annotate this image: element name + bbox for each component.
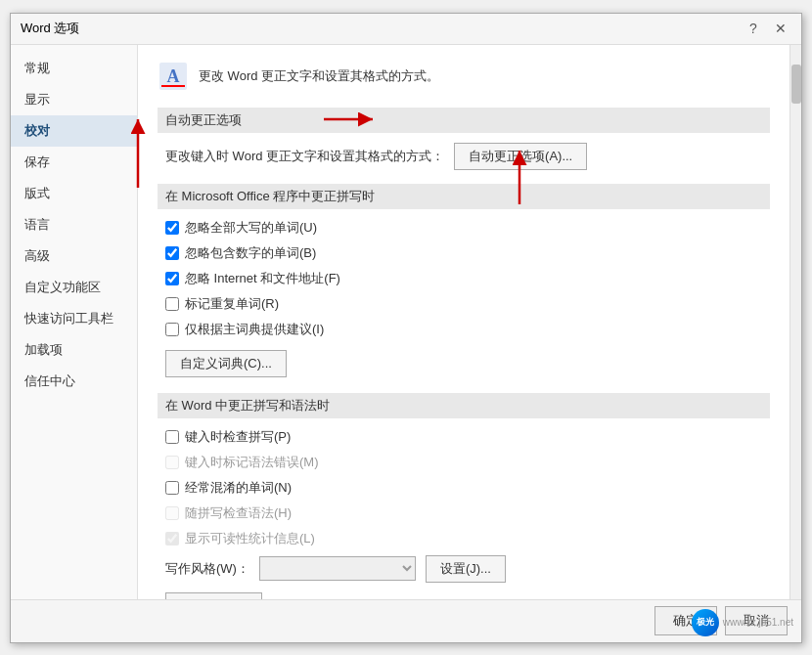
office-checkboxes: 忽略全部大写的单词(U)忽略包含数字的单词(B)忽略 Internet 和文件地… <box>158 219 770 338</box>
checkbox-row-ignore_upper: 忽略全部大写的单词(U) <box>165 219 770 237</box>
autocorrect-row-label: 更改键入时 Word 更正文字和设置其格式的方式： <box>165 148 444 165</box>
checkbox-mixed_words[interactable] <box>165 481 179 495</box>
sidebar-item-proofing[interactable]: 校对 <box>11 115 137 147</box>
word-options-dialog: Word 选项 ? ✕ 常规显示校对保存版式语言高级自定义功能区快速访问工具栏加… <box>10 13 802 643</box>
checkbox-row-mark_grammar: 键入时标记语法错误(M) <box>165 454 770 471</box>
checkbox-ignore_upper[interactable] <box>165 221 179 235</box>
watermark-logo: 极光 <box>692 609 719 636</box>
close-button[interactable]: ✕ <box>770 18 791 39</box>
custom-dict-button[interactable]: 自定义词典(C)... <box>165 350 287 377</box>
dialog-footer: 确定 取消 <box>11 599 801 642</box>
watermark-text: www.xz.jb51.net <box>723 617 793 628</box>
checkbox-label-readability: 显示可读性统计信息(L) <box>185 530 315 547</box>
title-bar: Word 选项 ? ✕ <box>11 14 801 45</box>
dialog-title: Word 选项 <box>21 20 79 37</box>
checkbox-row-ignore_num: 忽略包含数字的单词(B) <box>165 244 770 262</box>
sidebar-item-advanced[interactable]: 高级 <box>11 240 137 272</box>
checkbox-check_grammar_spell <box>165 506 179 520</box>
sidebar-item-display[interactable]: 显示 <box>11 84 137 115</box>
dialog-body: 常规显示校对保存版式语言高级自定义功能区快速访问工具栏加载项信任中心 A 更改 … <box>11 45 801 599</box>
section-header: A 更改 Word 更正文字和设置其格式的方式。 <box>158 61 770 92</box>
watermark: 极光 www.xz.jb51.net <box>692 609 793 636</box>
sidebar-item-customize[interactable]: 自定义功能区 <box>11 272 137 303</box>
autocorrect-options-button[interactable]: 自动更正选项(A)... <box>454 143 587 170</box>
writing-style-label: 写作风格(W)： <box>165 560 249 578</box>
writing-style-select[interactable] <box>259 556 416 581</box>
sidebar-item-addins[interactable]: 加载项 <box>11 334 137 366</box>
checkbox-row-suggest_main: 仅根据主词典提供建议(I) <box>165 321 770 338</box>
help-button[interactable]: ? <box>743 18 764 39</box>
checkbox-row-flag_repeat: 标记重复单词(R) <box>165 295 770 313</box>
checkbox-ignore_num[interactable] <box>165 246 179 260</box>
checkbox-label-ignore_num: 忽略包含数字的单词(B) <box>185 244 316 262</box>
checkbox-label-ignore_url: 忽略 Internet 和文件地址(F) <box>185 270 340 287</box>
main-content: A 更改 Word 更正文字和设置其格式的方式。 自动更正选项 更改键入时 Wo… <box>138 45 789 599</box>
sidebar-item-language[interactable]: 语言 <box>11 209 137 240</box>
scrollbar-thumb <box>791 65 801 104</box>
settings-button[interactable]: 设置(J)... <box>426 555 506 583</box>
checkbox-label-mark_grammar: 键入时标记语法错误(M) <box>185 454 319 471</box>
title-bar-right: ? ✕ <box>743 18 791 39</box>
sidebar-item-general[interactable]: 常规 <box>11 53 137 84</box>
checkbox-readability <box>165 532 179 546</box>
svg-text:A: A <box>167 66 180 86</box>
checkbox-label-check_grammar_spell: 随拼写检查语法(H) <box>185 504 292 522</box>
checkbox-label-flag_repeat: 标记重复单词(R) <box>185 295 279 313</box>
checkbox-row-readability: 显示可读性统计信息(L) <box>165 530 770 547</box>
word-group-label: 在 Word 中更正拼写和语法时 <box>158 393 770 418</box>
scrollbar[interactable] <box>789 45 801 599</box>
autocorrect-row: 更改键入时 Word 更正文字和设置其格式的方式： 自动更正选项(A)... <box>158 143 770 170</box>
checkbox-suggest_main[interactable] <box>165 323 179 336</box>
sidebar-item-format[interactable]: 版式 <box>11 178 137 209</box>
checkbox-row-check_grammar_spell: 随拼写检查语法(H) <box>165 504 770 522</box>
checkbox-check_spell[interactable] <box>165 430 179 444</box>
checkbox-ignore_url[interactable] <box>165 272 179 285</box>
checkbox-label-check_spell: 键入时检查拼写(P) <box>185 428 291 446</box>
word-checkboxes: 键入时检查拼写(P)键入时标记语法错误(M)经常混淆的单词(N)随拼写检查语法(… <box>158 428 770 547</box>
sidebar-item-save[interactable]: 保存 <box>11 147 137 178</box>
office-group-label: 在 Microsoft Office 程序中更正拼写时 <box>158 184 770 209</box>
checkbox-row-ignore_url: 忽略 Internet 和文件地址(F) <box>165 270 770 287</box>
section-description: 更改 Word 更正文字和设置其格式的方式。 <box>199 67 439 85</box>
checkbox-row-mixed_words: 经常混淆的单词(N) <box>165 479 770 497</box>
checkbox-label-mixed_words: 经常混淆的单词(N) <box>185 479 292 497</box>
check-doc-button[interactable]: 检查文档(K) <box>165 592 262 599</box>
sidebar-item-quick_access[interactable]: 快速访问工具栏 <box>11 303 137 334</box>
autocorrect-group-label: 自动更正选项 <box>158 108 770 133</box>
checkbox-row-check_spell: 键入时检查拼写(P) <box>165 428 770 446</box>
section-icon: A <box>158 61 189 92</box>
checkbox-mark_grammar <box>165 456 179 469</box>
sidebar: 常规显示校对保存版式语言高级自定义功能区快速访问工具栏加载项信任中心 <box>11 45 138 599</box>
checkbox-label-ignore_upper: 忽略全部大写的单词(U) <box>185 219 317 237</box>
title-bar-left: Word 选项 <box>21 20 79 37</box>
checkbox-label-suggest_main: 仅根据主词典提供建议(I) <box>185 321 324 338</box>
writing-style-row: 写作风格(W)： 设置(J)... <box>158 555 770 583</box>
sidebar-item-trust[interactable]: 信任中心 <box>11 366 137 397</box>
checkbox-flag_repeat[interactable] <box>165 297 179 311</box>
